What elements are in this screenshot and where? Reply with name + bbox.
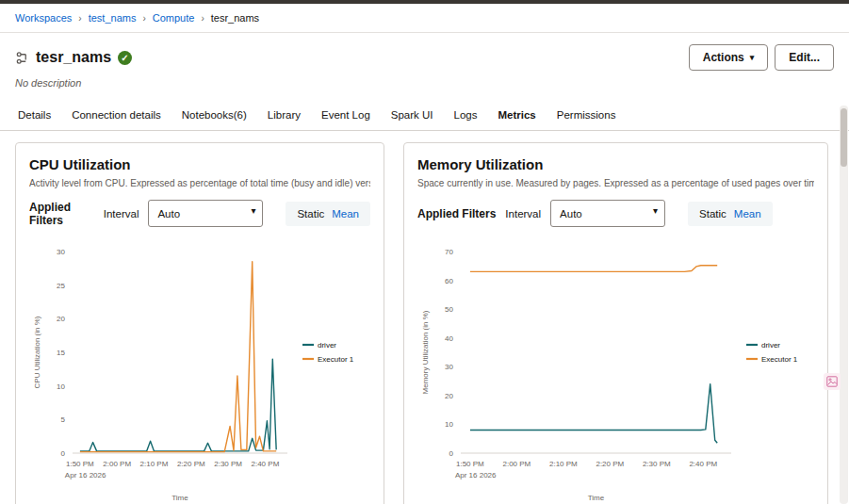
tab-permissions[interactable]: Permissions bbox=[548, 100, 625, 130]
svg-text:CPU Utilization (in %): CPU Utilization (in %) bbox=[33, 316, 41, 388]
page-header: tesr_nams ✓ Actions ▾ Edit... No descrip… bbox=[0, 33, 849, 94]
svg-text:1:50 PM: 1:50 PM bbox=[456, 460, 484, 468]
tab-spark-ui[interactable]: Spark UI bbox=[383, 100, 442, 130]
memory-utilization-chart: 0102030405060701:50 PM2:00 PM2:10 PM2:20… bbox=[417, 236, 814, 504]
page-description: No description bbox=[15, 77, 834, 89]
breadcrumb-separator: › bbox=[201, 13, 204, 24]
interval-label: Interval bbox=[505, 208, 541, 219]
svg-text:70: 70 bbox=[445, 248, 453, 256]
svg-text:20: 20 bbox=[445, 392, 453, 400]
static-mean-toggle: Static Mean bbox=[286, 202, 370, 226]
svg-text:driver: driver bbox=[761, 341, 780, 350]
svg-text:Executor 1: Executor 1 bbox=[761, 355, 798, 364]
svg-text:2:10 PM: 2:10 PM bbox=[549, 460, 578, 468]
svg-text:40: 40 bbox=[445, 334, 453, 343]
chart-title: CPU Utilization bbox=[29, 156, 370, 172]
mean-option[interactable]: Mean bbox=[734, 208, 761, 219]
svg-text:2:20 PM: 2:20 PM bbox=[177, 460, 205, 468]
svg-text:2:00 PM: 2:00 PM bbox=[103, 460, 131, 468]
static-mean-toggle: Static Mean bbox=[688, 202, 773, 226]
page-scrollbar[interactable] bbox=[840, 106, 848, 504]
page-scrollbar-thumb[interactable] bbox=[841, 108, 847, 167]
svg-text:2:00 PM: 2:00 PM bbox=[502, 460, 531, 468]
workspace-icon bbox=[15, 51, 29, 65]
applied-filters-label: Applied Filters bbox=[417, 207, 496, 220]
svg-text:1:50 PM: 1:50 PM bbox=[66, 460, 94, 468]
tab-connection-details[interactable]: Connection details bbox=[63, 100, 170, 130]
edit-button[interactable]: Edit... bbox=[775, 44, 834, 71]
tab-bar: Details Connection details Notebooks(6) … bbox=[0, 98, 849, 131]
svg-text:driver: driver bbox=[318, 341, 336, 350]
applied-filters-label: Applied Filters bbox=[29, 201, 94, 227]
image-placeholder-icon bbox=[824, 373, 841, 390]
cpu-filters-row: Applied Filters Interval Auto Static Mea… bbox=[29, 200, 370, 227]
chart-title: Memory Utilization bbox=[417, 156, 814, 172]
svg-text:Time: Time bbox=[588, 494, 605, 502]
svg-text:60: 60 bbox=[445, 277, 453, 285]
chart-description: Space currently in use. Measured by page… bbox=[417, 178, 814, 188]
interval-select[interactable]: Auto bbox=[550, 200, 665, 227]
static-option[interactable]: Static bbox=[297, 208, 324, 219]
breadcrumb-workspaces[interactable]: Workspaces bbox=[15, 12, 72, 24]
breadcrumb-compute[interactable]: Compute bbox=[153, 12, 195, 24]
interval-select-wrap: Auto bbox=[148, 200, 263, 227]
tab-metrics[interactable]: Metrics bbox=[489, 100, 544, 130]
svg-text:10: 10 bbox=[57, 382, 65, 391]
svg-text:Executor 1: Executor 1 bbox=[318, 355, 354, 364]
status-check-icon: ✓ bbox=[118, 51, 132, 65]
svg-text:50: 50 bbox=[445, 305, 453, 314]
mean-option[interactable]: Mean bbox=[332, 208, 359, 219]
memory-utilization-card: Memory Utilization Space currently in us… bbox=[403, 142, 828, 504]
tab-notebooks[interactable]: Notebooks(6) bbox=[173, 100, 255, 130]
breadcrumb-separator: › bbox=[142, 13, 145, 24]
svg-text:Apr 16 2026: Apr 16 2026 bbox=[455, 471, 497, 480]
interval-label: Interval bbox=[104, 208, 139, 219]
svg-text:2:40 PM: 2:40 PM bbox=[689, 460, 717, 468]
chart-description: Activity level from CPU. Expressed as pe… bbox=[29, 178, 370, 188]
svg-text:10: 10 bbox=[445, 420, 453, 429]
svg-text:2:40 PM: 2:40 PM bbox=[252, 460, 280, 468]
svg-text:2:30 PM: 2:30 PM bbox=[214, 460, 242, 468]
page-title: tesr_nams bbox=[36, 49, 111, 66]
chevron-down-icon: ▾ bbox=[750, 53, 755, 62]
cpu-utilization-chart: 0510152025301:50 PM2:00 PM2:10 PM2:20 PM… bbox=[29, 236, 370, 504]
svg-text:2:10 PM: 2:10 PM bbox=[140, 460, 169, 468]
breadcrumb-test-nams[interactable]: test_nams bbox=[89, 12, 137, 24]
breadcrumb: Workspaces › test_nams › Compute › tesr_… bbox=[0, 4, 849, 33]
svg-text:5: 5 bbox=[61, 415, 66, 424]
breadcrumb-current: tesr_nams bbox=[211, 12, 259, 24]
interval-select-wrap: Auto bbox=[550, 200, 665, 227]
svg-text:30: 30 bbox=[57, 248, 65, 256]
svg-text:25: 25 bbox=[57, 282, 65, 290]
svg-text:2:20 PM: 2:20 PM bbox=[596, 460, 624, 468]
metrics-panel: CPU Utilization Activity level from CPU.… bbox=[0, 131, 849, 504]
svg-text:30: 30 bbox=[445, 363, 453, 371]
svg-text:Time: Time bbox=[171, 494, 188, 502]
cpu-utilization-card: CPU Utilization Activity level from CPU.… bbox=[15, 142, 384, 504]
memory-filters-row: Applied Filters Interval Auto Static Mea… bbox=[417, 200, 814, 227]
svg-text:20: 20 bbox=[57, 315, 65, 323]
tab-logs[interactable]: Logs bbox=[446, 100, 486, 130]
tab-library[interactable]: Library bbox=[259, 100, 309, 130]
svg-text:Apr 16 2026: Apr 16 2026 bbox=[65, 471, 106, 480]
breadcrumb-separator: › bbox=[78, 13, 81, 24]
actions-button-label: Actions bbox=[703, 51, 744, 64]
svg-text:0: 0 bbox=[61, 449, 66, 458]
svg-text:2:30 PM: 2:30 PM bbox=[643, 460, 671, 468]
actions-button[interactable]: Actions ▾ bbox=[689, 44, 769, 71]
tab-details[interactable]: Details bbox=[9, 100, 59, 130]
tab-event-log[interactable]: Event Log bbox=[313, 100, 379, 130]
static-option[interactable]: Static bbox=[699, 208, 727, 219]
svg-text:Memory Utilization (in %): Memory Utilization (in %) bbox=[421, 310, 430, 394]
svg-text:15: 15 bbox=[57, 349, 65, 357]
svg-text:0: 0 bbox=[449, 449, 454, 458]
interval-select[interactable]: Auto bbox=[148, 200, 263, 227]
